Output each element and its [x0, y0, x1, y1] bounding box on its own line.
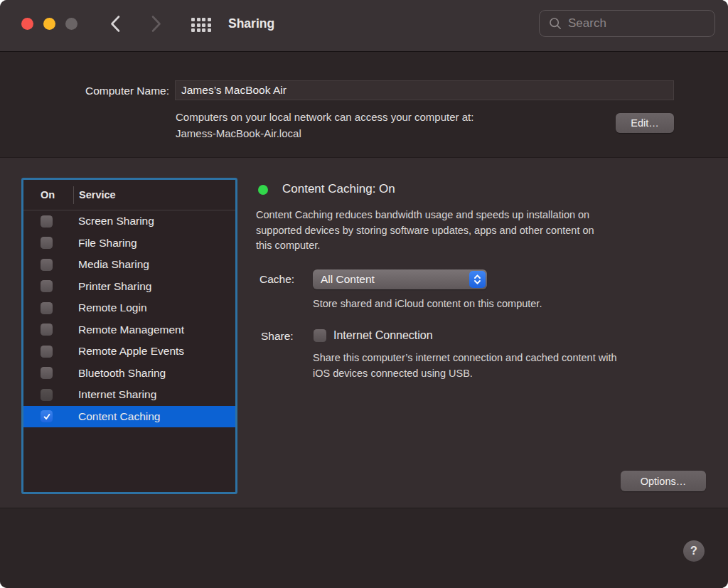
- sharing-preferences-window: Sharing Search Computer Name: James’s Ma…: [0, 0, 728, 588]
- service-row-file-sharing[interactable]: File Sharing: [23, 232, 235, 255]
- computer-name-field[interactable]: James’s MacBook Air: [175, 80, 674, 100]
- service-list-header: On Service: [23, 180, 235, 210]
- search-icon: [549, 17, 562, 30]
- search-placeholder: Search: [568, 16, 606, 31]
- close-window-button[interactable]: [21, 18, 33, 30]
- service-list[interactable]: On Service Screen SharingFile SharingMed…: [21, 178, 237, 494]
- zoom-window-button: [65, 18, 77, 30]
- edit-button[interactable]: Edit…: [616, 113, 674, 133]
- service-checkbox[interactable]: [41, 367, 53, 379]
- service-label: Screen Sharing: [78, 215, 154, 228]
- options-button[interactable]: Options…: [621, 471, 706, 491]
- service-row-internet-sharing[interactable]: Internet Sharing: [23, 384, 235, 406]
- cache-label: Cache:: [259, 273, 294, 286]
- content-caching-status-title: Content Caching: On: [282, 182, 395, 196]
- service-rows: Screen SharingFile SharingMedia SharingP…: [23, 210, 235, 427]
- column-header-service: Service: [79, 189, 116, 201]
- footer-section: [0, 508, 728, 588]
- service-label: Content Caching: [78, 410, 160, 423]
- share-help-text: Share this computer’s internet connectio…: [313, 351, 616, 381]
- show-all-grid-icon[interactable]: [191, 18, 211, 32]
- service-row-content-caching[interactable]: Content Caching: [23, 406, 235, 428]
- service-checkbox[interactable]: [41, 410, 53, 422]
- cache-help-text: Store shared and iCloud content on this …: [313, 298, 542, 309]
- service-label: Remote Login: [78, 301, 147, 314]
- service-label: Remote Management: [78, 324, 184, 336]
- service-row-media-sharing[interactable]: Media Sharing: [23, 254, 235, 276]
- local-network-description: Computers on your local network can acce…: [176, 111, 473, 123]
- service-row-remote-management[interactable]: Remote Management: [23, 319, 235, 341]
- help-button[interactable]: ?: [683, 540, 705, 562]
- column-divider: [73, 186, 74, 204]
- back-icon[interactable]: [108, 14, 124, 33]
- service-checkbox[interactable]: [41, 237, 53, 249]
- share-label: Share:: [261, 330, 294, 343]
- service-row-remote-apple-events[interactable]: Remote Apple Events: [23, 341, 235, 363]
- column-header-on: On: [41, 189, 55, 201]
- service-label: Printer Sharing: [78, 280, 151, 293]
- service-checkbox[interactable]: [41, 389, 53, 401]
- service-checkbox[interactable]: [41, 259, 53, 271]
- local-hostname: Jamess-MacBook-Air.local: [176, 127, 301, 139]
- service-checkbox[interactable]: [41, 346, 53, 358]
- service-label: Remote Apple Events: [78, 345, 184, 358]
- titlebar: Sharing Search: [0, 0, 728, 52]
- search-input[interactable]: Search: [539, 10, 715, 37]
- service-checkbox[interactable]: [41, 215, 53, 228]
- internet-connection-label: Internet Connection: [333, 329, 433, 342]
- cache-dropdown[interactable]: All Content: [313, 269, 487, 289]
- minimize-window-button[interactable]: [43, 18, 55, 30]
- service-label: Bluetooth Sharing: [78, 367, 166, 380]
- service-row-remote-login[interactable]: Remote Login: [23, 297, 235, 319]
- computer-name-section: [0, 52, 728, 158]
- window-title: Sharing: [228, 0, 274, 47]
- computer-name-value: James’s MacBook Air: [181, 84, 287, 97]
- window-controls: [21, 18, 77, 30]
- status-green-dot-icon: [258, 185, 268, 195]
- service-checkbox[interactable]: [41, 324, 53, 336]
- service-label: File Sharing: [78, 237, 137, 250]
- service-row-screen-sharing[interactable]: Screen Sharing: [23, 210, 235, 232]
- service-checkbox[interactable]: [41, 302, 53, 314]
- content-caching-description: Content Caching reduces bandwidth usage …: [256, 208, 594, 254]
- dropdown-chevrons-icon: [469, 271, 486, 288]
- service-checkbox[interactable]: [41, 280, 53, 292]
- computer-name-label: Computer Name:: [0, 85, 169, 97]
- service-row-bluetooth-sharing[interactable]: Bluetooth Sharing: [23, 363, 235, 385]
- service-label: Internet Sharing: [78, 388, 156, 401]
- internet-connection-checkbox[interactable]: [314, 329, 326, 342]
- forward-icon[interactable]: [148, 14, 164, 33]
- service-row-printer-sharing[interactable]: Printer Sharing: [23, 276, 235, 298]
- cache-dropdown-value: All Content: [321, 273, 375, 286]
- service-label: Media Sharing: [78, 258, 149, 271]
